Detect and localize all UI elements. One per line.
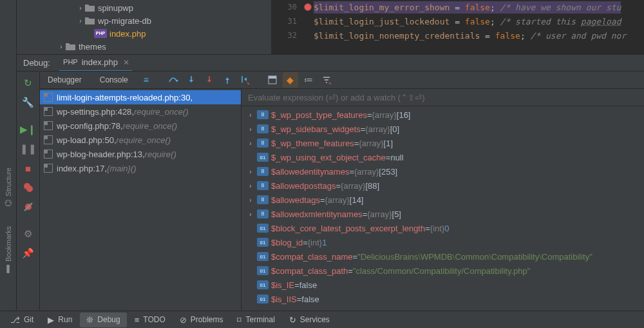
list-icon[interactable]: ≔ bbox=[301, 72, 316, 88]
frames-panel: limit-login-attempts-reloaded.php:30,wp-… bbox=[40, 89, 242, 328]
run-to-cursor-icon[interactable] bbox=[238, 72, 253, 88]
expand-arrow-icon[interactable]: › bbox=[247, 126, 254, 133]
more-settings-button[interactable]: ⚙ bbox=[19, 226, 37, 242]
frame-icon bbox=[44, 93, 53, 102]
code-line[interactable]: 32$limit_login_nonempty_credentials = fa… bbox=[271, 28, 644, 43]
force-step-into-icon[interactable] bbox=[202, 72, 217, 88]
var-count: [16] bbox=[397, 110, 411, 120]
var-type: {array} bbox=[367, 209, 392, 219]
expand-arrow-icon[interactable]: › bbox=[247, 211, 254, 218]
stack-frame[interactable]: wp-config.php:78, require_once() bbox=[40, 119, 241, 133]
variable-row[interactable]: 01$compat_class_name = "DeliciousBrains\… bbox=[242, 249, 644, 264]
mute-breakpoints-button[interactable] bbox=[19, 198, 37, 215]
php-icon: PHP bbox=[63, 58, 78, 66]
evaluate-input[interactable]: Evaluate expression (⏎) or add a watch (… bbox=[242, 89, 644, 106]
expand-arrow-icon[interactable]: › bbox=[247, 140, 254, 147]
var-value: false bbox=[299, 280, 317, 290]
trace-icon[interactable]: ◆ bbox=[283, 72, 298, 88]
code-line[interactable]: 30$limit_login_my_error_shown = false; /… bbox=[271, 0, 644, 14]
var-type-icon: ⠿ bbox=[257, 181, 269, 190]
var-value: "DeliciousBrains\WPMDB\Common\Compatibil… bbox=[357, 252, 592, 262]
status-label: Services bbox=[300, 315, 330, 324]
variable-row[interactable]: 01$is_IE = false bbox=[242, 278, 644, 292]
status-item-run[interactable]: ▶Run bbox=[41, 313, 79, 327]
variable-row[interactable]: 01$is_IIS = false bbox=[242, 292, 644, 306]
stack-frame[interactable]: limit-login-attempts-reloaded.php:30, bbox=[40, 90, 241, 104]
var-name: $compat_class_name bbox=[271, 252, 352, 262]
var-name: $_wp_sidebars_widgets bbox=[271, 124, 361, 134]
filter-settings-icon[interactable] bbox=[319, 72, 334, 88]
expand-arrow-icon[interactable]: › bbox=[247, 168, 254, 175]
var-value: 0 bbox=[444, 224, 449, 233]
expand-arrow-icon[interactable]: › bbox=[247, 182, 254, 189]
project-item[interactable]: ›wp-migrate-db bbox=[17, 14, 271, 27]
status-item-problems[interactable]: ⊘Problems bbox=[173, 313, 230, 327]
var-type-icon: ⠿ bbox=[257, 110, 269, 119]
structure-tool[interactable]: ⌬ Structure bbox=[3, 168, 13, 207]
expand-arrow-icon[interactable]: › bbox=[247, 111, 254, 119]
project-item[interactable]: PHPindex.php bbox=[17, 27, 271, 40]
variable-row[interactable]: ›⠿$allowedposttags = {array} [88] bbox=[242, 178, 644, 193]
variable-row[interactable]: ›⠿$_wp_theme_features = {array} [1] bbox=[242, 136, 644, 150]
var-type: {array} bbox=[365, 124, 390, 134]
variable-row[interactable]: ›⠿$allowedentitynames = {array} [253] bbox=[242, 164, 644, 178]
frame-icon bbox=[44, 164, 53, 173]
rerun-button[interactable]: ↻ bbox=[19, 75, 37, 92]
variable-row[interactable]: 01$_wp_using_ext_object_cache = null bbox=[242, 150, 644, 164]
status-item-git[interactable]: ⎇Git bbox=[4, 313, 40, 327]
var-type-icon: 01 bbox=[257, 280, 269, 289]
var-name: $_wp_using_ext_object_cache bbox=[271, 153, 386, 162]
project-item[interactable]: ›spinupwp bbox=[17, 1, 271, 14]
var-value: null bbox=[390, 153, 403, 162]
stack-frame[interactable]: wp-load.php:50, require_once() bbox=[40, 133, 241, 147]
step-over-icon[interactable] bbox=[166, 72, 181, 88]
stop-button[interactable]: ■ bbox=[19, 160, 37, 177]
threads-icon[interactable]: ≡ bbox=[138, 72, 154, 88]
expand-arrow-icon[interactable]: › bbox=[247, 197, 254, 204]
debug-file-tab[interactable]: PHP index.php ✕ bbox=[59, 55, 132, 72]
status-item-debug[interactable]: ❊Debug bbox=[80, 313, 126, 327]
evaluate-icon[interactable] bbox=[265, 72, 280, 88]
code-editor[interactable]: 30$limit_login_my_error_shown = false; /… bbox=[271, 0, 644, 54]
variable-row[interactable]: 01$compat_class_path = "class/Common/Com… bbox=[242, 264, 644, 278]
variable-row[interactable]: ›⠿$allowedtags = {array} [14] bbox=[242, 193, 644, 207]
bookmarks-tool[interactable]: ❚ Bookmarks bbox=[3, 226, 13, 275]
var-type-icon: ⠿ bbox=[257, 195, 269, 204]
stack-frame[interactable]: index.php:17, {main}() bbox=[40, 161, 241, 175]
tab-debugger[interactable]: Debugger bbox=[40, 71, 90, 89]
code-line[interactable]: 31$limit_login_just_lockedout = false; /… bbox=[271, 14, 644, 28]
var-name: $allowedposttags bbox=[271, 181, 336, 191]
frame-func: require() bbox=[145, 150, 176, 159]
pause-button[interactable]: ❚❚ bbox=[19, 140, 37, 157]
variable-row[interactable]: ›⠿$_wp_sidebars_widgets = {array} [0] bbox=[242, 122, 644, 136]
tab-console[interactable]: Console bbox=[92, 71, 136, 89]
variable-row[interactable]: 01$blog_id = {int} 1 bbox=[242, 235, 644, 249]
variable-row[interactable]: 01$block_core_latest_posts_excerpt_lengt… bbox=[242, 221, 644, 235]
variable-row[interactable]: ›⠿$_wp_post_type_features = {array} [16] bbox=[242, 108, 644, 122]
step-into-icon[interactable] bbox=[184, 72, 199, 88]
debug-toolbar: Debugger Console ≡ ◆ ≔ bbox=[17, 71, 644, 89]
status-label: Debug bbox=[97, 315, 120, 324]
project-item[interactable]: ›themes bbox=[17, 40, 271, 53]
resume-button[interactable]: ▶❙ bbox=[19, 121, 37, 138]
settings-button[interactable]: 🔧 bbox=[19, 94, 37, 111]
status-label: Problems bbox=[191, 315, 223, 324]
var-name: $allowedtags bbox=[271, 195, 320, 205]
stack-frame[interactable]: wp-settings.php:428, require_once() bbox=[40, 104, 241, 119]
pin-button[interactable]: 📌 bbox=[19, 245, 37, 262]
status-item-services[interactable]: ↻Services bbox=[283, 313, 336, 327]
close-icon[interactable]: ✕ bbox=[123, 58, 129, 67]
git-icon: ⎇ bbox=[10, 315, 20, 325]
status-item-todo[interactable]: ≡TODO bbox=[128, 313, 172, 327]
variable-row[interactable]: ›⠿$allowedxmlentitynames = {array} [5] bbox=[242, 207, 644, 221]
breakpoint-icon[interactable] bbox=[302, 3, 314, 11]
stack-frame[interactable]: wp-blog-header.php:13, require() bbox=[40, 147, 241, 161]
step-out-icon[interactable] bbox=[220, 72, 235, 88]
view-breakpoints-button[interactable] bbox=[19, 179, 37, 196]
status-item-terminal[interactable]: ⌑Terminal bbox=[231, 313, 281, 327]
var-type-icon: 01 bbox=[257, 224, 269, 233]
var-type-icon: 01 bbox=[257, 252, 269, 261]
svg-rect-1 bbox=[269, 76, 276, 79]
project-tree[interactable]: ›spinupwp›wp-migrate-dbPHPindex.php›them… bbox=[17, 0, 271, 54]
var-type-icon: ⠿ bbox=[257, 209, 269, 218]
